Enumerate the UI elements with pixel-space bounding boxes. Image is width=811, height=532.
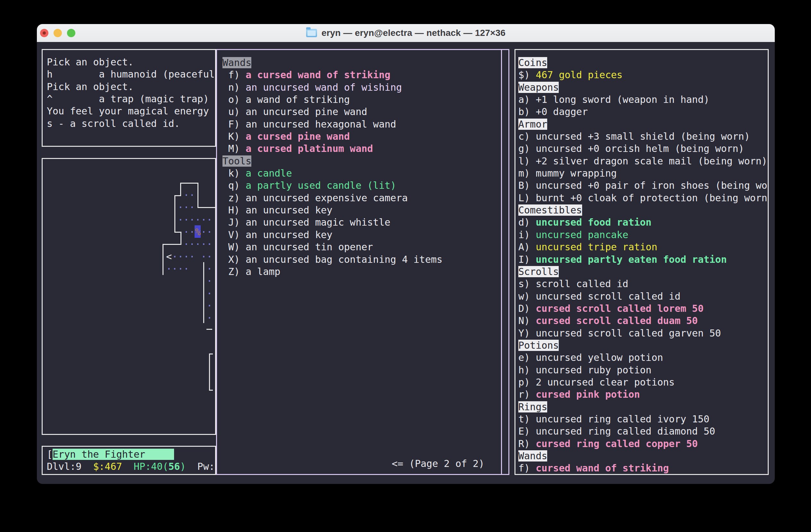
minimize-button[interactable]	[53, 29, 62, 37]
map-wall-segment	[209, 354, 210, 391]
folder-icon	[306, 29, 317, 37]
titlebar[interactable]: eryn — eryn@electra — nethack — 127×36	[37, 24, 775, 42]
menu-inner-border	[501, 49, 502, 475]
map-wall-segment	[180, 183, 181, 196]
inventory-menu-text: Wands f) a cursed wand of striking n) an…	[223, 57, 442, 278]
map-wall-segment	[163, 244, 181, 245]
map-wall-segment	[174, 195, 181, 196]
map-wall-segment	[206, 329, 212, 330]
map-wall-segment	[203, 262, 204, 323]
map-wall-segment	[181, 232, 181, 245]
traffic-lights	[40, 24, 75, 42]
map-wall-segment	[209, 354, 213, 355]
zoom-button[interactable]	[67, 29, 75, 37]
map-glyphs: ·· ··· ······ ··%·· ····· <···· ·· ···· …	[160, 189, 213, 324]
message-text: Pick an object. h a humanoid (peaceful P…	[47, 56, 215, 130]
map-wall-segment	[174, 195, 175, 233]
close-button[interactable]	[40, 29, 48, 37]
status-text: [Eryn the Fighter Dlvl:9 $:467 HP:40(56)…	[47, 448, 215, 473]
map-wall-segment	[180, 183, 198, 184]
menu-page-indicator: <= (Page 2 of 2)	[392, 458, 484, 469]
perm-inventory-text: Coins $) 467 gold pieces Weapons a) +1 l…	[518, 57, 767, 475]
map-wall-segment	[197, 207, 215, 208]
map-wall-segment	[209, 390, 213, 391]
window-title: eryn — eryn@electra — nethack — 127×36	[322, 28, 506, 38]
map-wall-segment	[197, 183, 198, 208]
title-group: eryn — eryn@electra — nethack — 127×36	[306, 28, 506, 38]
map-wall-segment	[163, 244, 164, 275]
